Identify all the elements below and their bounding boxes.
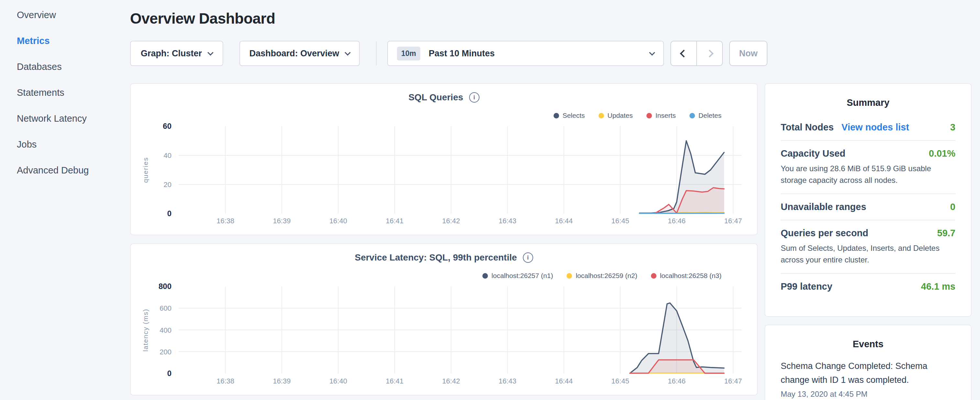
main-content: Overview Dashboard Graph: Cluster Dashbo… — [130, 0, 758, 400]
summary-row-label: Queries per second — [781, 228, 869, 239]
x-tick-label: 16:43 — [499, 377, 516, 385]
legend-item: localhost:26259 (n2) — [566, 272, 637, 280]
sidebar-item-advanced-debug[interactable]: Advanced Debug — [0, 157, 129, 183]
legend-item: Deletes — [689, 112, 721, 120]
legend-dot-icon — [482, 273, 488, 279]
y-tick-label: 20 — [164, 180, 172, 189]
legend-dot-icon — [566, 273, 572, 279]
y-tick-label: 40 — [164, 151, 172, 159]
summary-row-value: 59.7 — [937, 228, 955, 239]
graph-scope-dropdown-label: Graph: Cluster — [141, 49, 202, 59]
x-tick-label: 16:46 — [668, 377, 686, 385]
x-tick-label: 16:44 — [555, 377, 573, 385]
legend-dot-icon — [689, 113, 695, 118]
x-tick-label: 16:39 — [273, 377, 291, 385]
summary-row-value: 46.1 ms — [921, 281, 955, 292]
chart-title: Service Latency: SQL, 99th percentile — [355, 252, 517, 263]
x-tick-label: 16:38 — [216, 377, 234, 385]
summary-row-p99-latency: P99 latency 46.1 ms — [781, 273, 955, 300]
chart-legend: SelectsUpdatesInsertsDeletes — [554, 112, 721, 120]
sql-queries-chart-card: SQL Queries SelectsUpdatesInsertsDeletes… — [130, 83, 758, 235]
time-range-badge: 10m — [397, 46, 420, 61]
legend-item: Inserts — [646, 112, 676, 120]
chevron-down-icon — [345, 49, 351, 55]
legend-dot-icon — [651, 273, 657, 279]
y-tick-label: 0 — [167, 369, 172, 378]
event-list-item[interactable]: Schema Change Completed: Schema change w… — [781, 359, 955, 399]
summary-row-queries-per-second: Queries per second 59.7 Sum of Selects, … — [781, 220, 955, 273]
x-tick-label: 16:47 — [724, 377, 742, 385]
chevron-down-icon — [207, 49, 213, 55]
sidebar-item-overview[interactable]: Overview — [0, 2, 129, 28]
y-tick-label: 800 — [159, 282, 172, 291]
x-tick-label: 16:40 — [329, 217, 347, 225]
x-tick-label: 16:42 — [442, 217, 460, 225]
sidebar-item-jobs[interactable]: Jobs — [0, 131, 129, 157]
summary-row-description: Sum of Selects, Updates, Inserts, and De… — [781, 242, 955, 266]
x-tick-label: 16:45 — [611, 217, 629, 225]
legend-dot-icon — [554, 113, 559, 118]
dashboard-dropdown[interactable]: Dashboard: Overview — [239, 41, 360, 66]
x-tick-label: 16:39 — [273, 217, 291, 225]
time-range-dropdown[interactable]: 10m Past 10 Minutes — [387, 41, 664, 66]
summary-row-label: P99 latency — [781, 281, 832, 292]
chevron-down-icon — [649, 49, 655, 55]
sidebar-item-databases[interactable]: Databases — [0, 54, 129, 80]
legend-item: Updates — [598, 112, 633, 120]
legend-dot-icon — [646, 113, 652, 118]
summary-row-capacity-used: Capacity Used 0.01% You are using 28.6 M… — [781, 140, 955, 193]
service-latency-chart-card: Service Latency: SQL, 99th percentile lo… — [130, 243, 758, 395]
summary-row-description: You are using 28.6 MiB of 515.9 GiB usab… — [781, 163, 955, 186]
summary-row-value: 3 — [950, 122, 955, 133]
summary-row-total-nodes: Total Nodes View nodes list 3 — [781, 115, 955, 140]
x-tick-label: 16:46 — [668, 217, 686, 225]
graph-scope-dropdown[interactable]: Graph: Cluster — [130, 41, 223, 66]
chevron-left-icon — [680, 49, 687, 57]
time-window-pager — [670, 41, 723, 66]
now-button[interactable]: Now — [729, 41, 767, 66]
sidebar: Overview Metrics Databases Statements Ne… — [0, 0, 129, 183]
x-tick-label: 16:41 — [386, 217, 404, 225]
summary-row-unavailable-ranges: Unavailable ranges 0 — [781, 193, 955, 220]
x-tick-label: 16:47 — [724, 217, 742, 225]
x-tick-label: 16:40 — [329, 377, 347, 385]
x-tick-label: 16:42 — [442, 377, 460, 385]
chevron-right-icon — [706, 49, 713, 57]
summary-heading: Summary — [781, 97, 955, 108]
summary-row-label: Capacity Used — [781, 148, 845, 159]
sql-queries-chart: 16:3816:3916:4016:4116:4216:4316:4416:45… — [131, 120, 758, 229]
summary-row-value: 0 — [950, 202, 955, 212]
summary-row-label: Total Nodes — [781, 122, 834, 133]
y-tick-label: 400 — [159, 326, 172, 334]
x-tick-label: 16:45 — [611, 377, 629, 385]
sidebar-item-metrics[interactable]: Metrics — [0, 28, 129, 54]
view-nodes-list-link[interactable]: View nodes list — [842, 122, 909, 133]
legend-dot-icon — [598, 113, 604, 118]
chart-legend: localhost:26257 (n1)localhost:26259 (n2)… — [482, 272, 721, 280]
toolbar: Graph: Cluster Dashboard: Overview 10m P… — [130, 41, 758, 66]
events-panel: Events Schema Change Completed: Schema c… — [765, 325, 972, 400]
y-tick-label: 200 — [159, 348, 172, 356]
sidebar-item-statements[interactable]: Statements — [0, 80, 129, 105]
previous-timewindow-button[interactable] — [670, 41, 697, 66]
toolbar-divider — [376, 41, 377, 65]
x-tick-label: 16:38 — [216, 217, 234, 225]
x-tick-label: 16:41 — [386, 377, 404, 385]
sidebar-item-network-latency[interactable]: Network Latency — [0, 105, 129, 131]
summary-panel: Summary Total Nodes View nodes list 3 Ca… — [765, 83, 972, 317]
y-tick-label: 0 — [167, 209, 172, 218]
x-tick-label: 16:44 — [555, 217, 573, 225]
info-icon[interactable] — [523, 252, 533, 263]
summary-row-label: Unavailable ranges — [781, 202, 866, 212]
service-latency-chart: 16:3816:3916:4016:4116:4216:4316:4416:45… — [131, 280, 758, 390]
x-tick-label: 16:43 — [499, 217, 516, 225]
events-heading: Events — [781, 339, 955, 349]
chart-title: SQL Queries — [408, 92, 463, 103]
legend-item: localhost:26258 (n3) — [651, 272, 721, 280]
legend-item: Selects — [554, 112, 585, 120]
summary-row-value: 0.01% — [929, 148, 955, 159]
dashboard-dropdown-label: Dashboard: Overview — [250, 49, 339, 59]
next-timewindow-button[interactable] — [696, 41, 723, 66]
info-icon[interactable] — [469, 92, 479, 103]
page-title: Overview Dashboard — [130, 10, 275, 27]
